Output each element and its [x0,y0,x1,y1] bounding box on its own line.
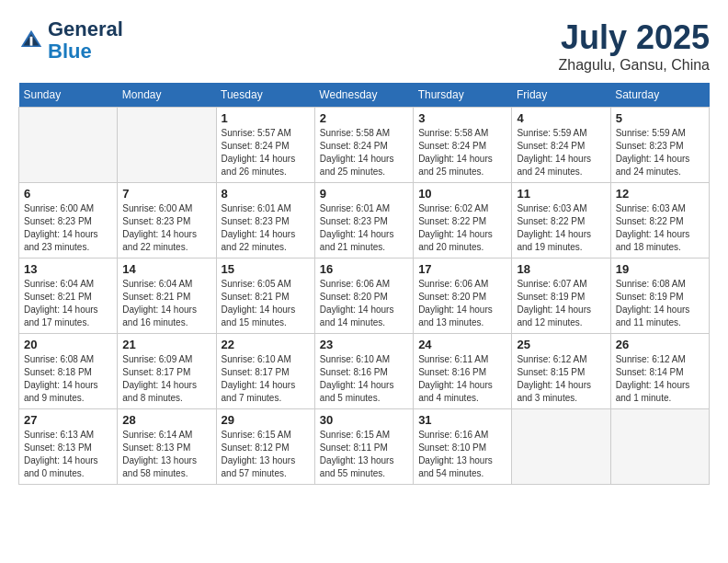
day-number: 17 [418,262,506,276]
calendar-cell [512,409,610,485]
day-info: Sunrise: 6:14 AM Sunset: 8:13 PM Dayligh… [122,429,210,480]
day-info: Sunrise: 6:08 AM Sunset: 8:19 PM Dayligh… [616,278,704,329]
day-info: Sunrise: 6:04 AM Sunset: 8:21 PM Dayligh… [122,278,210,329]
calendar-cell: 3Sunrise: 5:58 AM Sunset: 8:24 PM Daylig… [414,108,512,183]
calendar-cell: 2Sunrise: 5:58 AM Sunset: 8:24 PM Daylig… [314,108,413,183]
day-header: Wednesday [314,83,413,108]
day-number: 26 [616,338,704,351]
calendar-cell: 30Sunrise: 6:15 AM Sunset: 8:11 PM Dayli… [314,409,413,485]
logo: General Blue [18,18,123,63]
day-number: 3 [418,111,506,125]
calendar-cell: 22Sunrise: 6:10 AM Sunset: 8:17 PM Dayli… [216,334,314,409]
day-info: Sunrise: 6:00 AM Sunset: 8:23 PM Dayligh… [122,202,210,254]
day-number: 7 [122,187,210,201]
logo-line1: General [48,18,123,40]
day-info: Sunrise: 6:11 AM Sunset: 8:16 PM Dayligh… [418,353,506,405]
day-number: 11 [517,187,605,201]
day-number: 15 [222,262,310,276]
calendar-cell: 7Sunrise: 6:00 AM Sunset: 8:23 PM Daylig… [118,183,216,259]
calendar-cell: 13Sunrise: 6:04 AM Sunset: 8:21 PM Dayli… [19,259,118,334]
day-number: 27 [24,413,112,427]
calendar-cell: 5Sunrise: 5:59 AM Sunset: 8:23 PM Daylig… [610,108,709,183]
calendar-cell [118,108,216,183]
calendar-cell: 1Sunrise: 5:57 AM Sunset: 8:24 PM Daylig… [216,108,314,183]
calendar-cell: 24Sunrise: 6:11 AM Sunset: 8:16 PM Dayli… [414,334,512,409]
day-info: Sunrise: 6:00 AM Sunset: 8:23 PM Dayligh… [24,202,112,254]
calendar-week: 27Sunrise: 6:13 AM Sunset: 8:13 PM Dayli… [19,409,710,485]
day-info: Sunrise: 6:12 AM Sunset: 8:14 PM Dayligh… [616,353,704,405]
day-info: Sunrise: 6:15 AM Sunset: 8:12 PM Dayligh… [222,429,310,480]
logo-icon [18,28,44,53]
calendar-cell: 15Sunrise: 6:05 AM Sunset: 8:21 PM Dayli… [216,259,314,334]
day-number: 2 [320,111,408,125]
day-info: Sunrise: 5:58 AM Sunset: 8:24 PM Dayligh… [418,127,506,178]
day-number: 31 [418,413,506,427]
day-info: Sunrise: 6:06 AM Sunset: 8:20 PM Dayligh… [320,278,408,329]
day-number: 19 [616,262,704,276]
day-number: 9 [320,187,408,201]
location: Zhagulu, Gansu, China [558,57,710,74]
day-header: Thursday [414,83,512,108]
calendar-cell: 18Sunrise: 6:07 AM Sunset: 8:19 PM Dayli… [512,259,610,334]
day-info: Sunrise: 6:01 AM Sunset: 8:23 PM Dayligh… [320,202,408,254]
day-info: Sunrise: 6:03 AM Sunset: 8:22 PM Dayligh… [517,202,605,254]
day-info: Sunrise: 6:04 AM Sunset: 8:21 PM Dayligh… [24,278,112,329]
calendar-cell: 20Sunrise: 6:08 AM Sunset: 8:18 PM Dayli… [19,334,118,409]
svg-rect-2 [30,37,33,46]
calendar-cell: 14Sunrise: 6:04 AM Sunset: 8:21 PM Dayli… [118,259,216,334]
calendar-cell: 28Sunrise: 6:14 AM Sunset: 8:13 PM Dayli… [118,409,216,485]
day-number: 13 [24,262,112,276]
calendar-cell: 16Sunrise: 6:06 AM Sunset: 8:20 PM Dayli… [314,259,413,334]
calendar-cell: 19Sunrise: 6:08 AM Sunset: 8:19 PM Dayli… [610,259,709,334]
day-info: Sunrise: 6:08 AM Sunset: 8:18 PM Dayligh… [24,353,112,405]
day-number: 21 [122,338,210,351]
day-number: 12 [616,187,704,201]
day-number: 10 [418,187,506,201]
day-info: Sunrise: 6:01 AM Sunset: 8:23 PM Dayligh… [222,202,310,254]
day-number: 24 [418,338,506,351]
day-info: Sunrise: 5:59 AM Sunset: 8:24 PM Dayligh… [517,127,605,178]
day-info: Sunrise: 6:15 AM Sunset: 8:11 PM Dayligh… [320,429,408,480]
day-number: 18 [517,262,605,276]
calendar-cell: 4Sunrise: 5:59 AM Sunset: 8:24 PM Daylig… [512,108,610,183]
logo-line2: Blue [48,40,123,63]
calendar-week: 1Sunrise: 5:57 AM Sunset: 8:24 PM Daylig… [19,108,710,183]
day-info: Sunrise: 5:57 AM Sunset: 8:24 PM Dayligh… [222,127,310,178]
day-number: 14 [122,262,210,276]
calendar-cell: 17Sunrise: 6:06 AM Sunset: 8:20 PM Dayli… [414,259,512,334]
calendar-cell: 6Sunrise: 6:00 AM Sunset: 8:23 PM Daylig… [19,183,118,259]
calendar-cell: 26Sunrise: 6:12 AM Sunset: 8:14 PM Dayli… [610,334,709,409]
day-info: Sunrise: 5:58 AM Sunset: 8:24 PM Dayligh… [320,127,408,178]
day-info: Sunrise: 6:10 AM Sunset: 8:16 PM Dayligh… [320,353,408,405]
day-info: Sunrise: 6:06 AM Sunset: 8:20 PM Dayligh… [418,278,506,329]
day-info: Sunrise: 6:07 AM Sunset: 8:19 PM Dayligh… [517,278,605,329]
day-number: 25 [517,338,605,351]
day-number: 6 [24,187,112,201]
day-info: Sunrise: 6:02 AM Sunset: 8:22 PM Dayligh… [418,202,506,254]
day-number: 16 [320,262,408,276]
day-header: Tuesday [216,83,314,108]
calendar-week: 20Sunrise: 6:08 AM Sunset: 8:18 PM Dayli… [19,334,710,409]
day-number: 22 [222,338,310,351]
day-number: 28 [122,413,210,427]
day-header: Monday [118,83,216,108]
header-row: SundayMondayTuesdayWednesdayThursdayFrid… [19,83,710,108]
month-title: July 2025 [558,18,710,57]
day-info: Sunrise: 6:09 AM Sunset: 8:17 PM Dayligh… [122,353,210,405]
page-header: General Blue July 2025 Zhagulu, Gansu, C… [18,18,710,74]
day-number: 4 [517,111,605,125]
calendar-cell: 21Sunrise: 6:09 AM Sunset: 8:17 PM Dayli… [118,334,216,409]
day-info: Sunrise: 6:05 AM Sunset: 8:21 PM Dayligh… [222,278,310,329]
calendar-cell: 23Sunrise: 6:10 AM Sunset: 8:16 PM Dayli… [314,334,413,409]
calendar-cell: 31Sunrise: 6:16 AM Sunset: 8:10 PM Dayli… [414,409,512,485]
title-block: July 2025 Zhagulu, Gansu, China [558,18,710,74]
calendar-cell: 25Sunrise: 6:12 AM Sunset: 8:15 PM Dayli… [512,334,610,409]
calendar-cell: 11Sunrise: 6:03 AM Sunset: 8:22 PM Dayli… [512,183,610,259]
day-info: Sunrise: 6:16 AM Sunset: 8:10 PM Dayligh… [418,429,506,480]
calendar-cell [610,409,709,485]
day-info: Sunrise: 6:12 AM Sunset: 8:15 PM Dayligh… [517,353,605,405]
calendar-cell: 12Sunrise: 6:03 AM Sunset: 8:22 PM Dayli… [610,183,709,259]
day-number: 20 [24,338,112,351]
day-info: Sunrise: 6:03 AM Sunset: 8:22 PM Dayligh… [616,202,704,254]
day-header: Sunday [19,83,118,108]
